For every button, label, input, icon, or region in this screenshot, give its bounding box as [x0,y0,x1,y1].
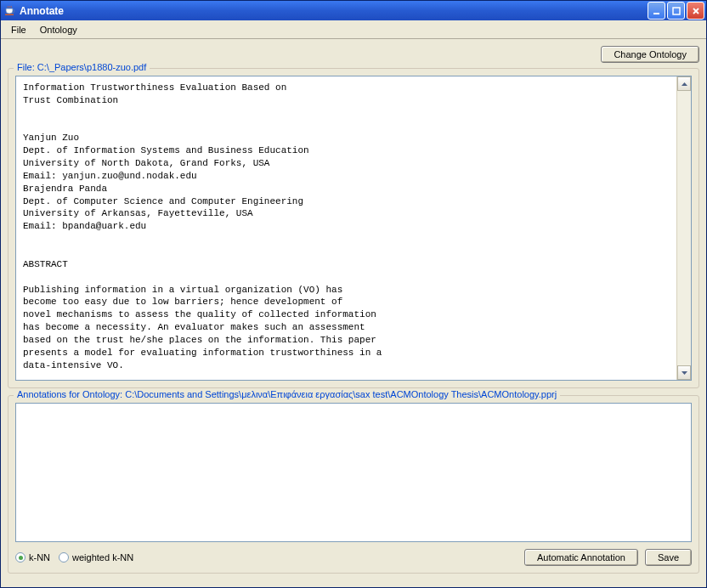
radio-knn[interactable]: k-NN [15,552,50,563]
file-panel: File: C:\_Papers\p1880-zuo.pdf Informati… [8,68,699,388]
radio-knn-label: k-NN [29,552,50,563]
minimize-button[interactable] [648,2,665,20]
radio-weighted-knn-label: weighted k-NN [72,552,133,563]
svg-rect-1 [653,13,659,14]
java-cup-icon [3,4,16,18]
menubar: File Ontology [1,20,706,39]
titlebar: Annotate [1,1,706,20]
automatic-annotation-button[interactable]: Automatic Annotation [524,549,638,566]
file-text-container: Information Trustworthiness Evaluation B… [15,76,692,381]
annotations-panel: Annotations for Ontology: C:\Documents a… [8,395,699,574]
radio-weighted-knn-indicator [59,552,69,563]
annotations-textarea[interactable] [15,403,692,542]
window-title: Annotate [20,5,648,17]
content-area: Change Ontology File: C:\_Papers\p1880-z… [1,39,706,587]
scrollbar-track[interactable] [677,91,691,365]
change-ontology-button[interactable]: Change Ontology [601,46,699,63]
radio-weighted-knn[interactable]: weighted k-NN [59,552,133,563]
bottom-controls: k-NN weighted k-NN Automatic Annotation … [15,549,692,566]
action-buttons: Automatic Annotation Save [524,549,692,566]
algorithm-radio-group: k-NN weighted k-NN [15,552,133,563]
save-button[interactable]: Save [645,549,692,566]
file-text-content[interactable]: Information Trustworthiness Evaluation B… [16,76,676,380]
annotations-panel-legend: Annotations for Ontology: C:\Documents a… [14,389,560,399]
app-window: Annotate File Ontology Change Ontology F… [0,0,707,588]
window-controls [648,2,704,20]
top-toolbar: Change Ontology [8,46,699,63]
radio-knn-indicator [15,552,25,563]
scroll-up-button[interactable] [677,76,691,91]
maximize-button[interactable] [667,2,685,20]
menu-file[interactable]: File [4,23,33,37]
vertical-scrollbar[interactable] [676,76,691,380]
menu-ontology[interactable]: Ontology [33,23,84,37]
close-button[interactable] [687,2,704,20]
scroll-down-button[interactable] [677,365,691,380]
svg-rect-2 [673,8,680,14]
file-panel-legend: File: C:\_Papers\p1880-zuo.pdf [14,62,150,72]
svg-rect-0 [5,14,14,15]
